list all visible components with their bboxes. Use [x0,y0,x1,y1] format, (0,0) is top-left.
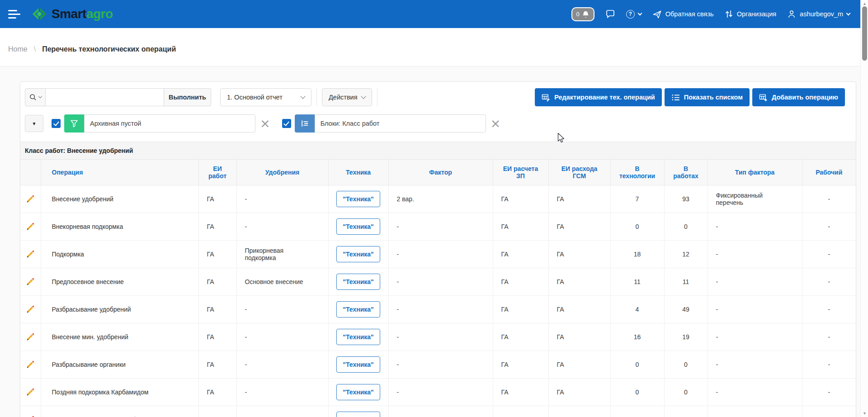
edit-row-button[interactable] [20,268,41,295]
chevron-down-icon [361,94,366,99]
tech-button[interactable]: "Техника" [336,329,380,345]
filter-blocks-input[interactable] [315,114,486,133]
edit-row-button[interactable] [20,213,41,240]
filter-archive-input[interactable] [84,114,255,133]
worker-cell: - [802,378,856,406]
edit-row-button[interactable] [20,351,41,378]
tech-button[interactable]: "Техника" [336,191,380,207]
menu-hamburger-icon[interactable] [8,10,22,19]
edit-row-button[interactable] [20,240,41,268]
factor-type-cell: - [708,406,802,417]
report-type-select[interactable]: 1. Основной отчет [220,88,311,106]
factor-cell: - [388,295,493,323]
ei-salary-cell: ГА [493,185,548,213]
column-factor[interactable]: Фактор [388,160,493,185]
search-input[interactable] [46,88,164,106]
organization-label: Организация [737,10,776,18]
factor-cell: - [388,351,493,378]
operation-name[interactable]: Предпосевное внесение [41,268,198,295]
operation-name[interactable]: Подкормка [41,240,198,268]
filter-blocks-checkbox[interactable] [282,119,291,128]
filter-archive-checkbox[interactable] [52,119,61,128]
operation-name[interactable]: Разбрасывание удобрений [41,295,198,323]
worker-cell: - [802,213,856,240]
filters-expand-button[interactable]: ▼ [25,115,43,132]
filter-blocks-close-icon[interactable]: × [491,119,501,128]
add-operation-button[interactable]: Добавить операцию [752,88,845,106]
filter-archive-close-icon[interactable]: × [260,119,270,128]
scroll-down-icon[interactable]: ▼ [861,411,868,416]
vertical-scrollbar[interactable]: ▲ ▼ [860,0,868,417]
operation-name[interactable]: Внесение удобрений [41,185,198,213]
edit-row-button[interactable] [20,295,41,323]
in-tech-cell: 0 [610,378,664,406]
report-select-value: 1. Основной отчет [227,94,283,101]
operation-name[interactable]: Поздняя подкормка Карбамидом [41,378,198,406]
table-row: Подкормка ГА Прикорневая подкормка "Техн… [20,240,856,268]
notifications-button[interactable]: 0 [571,7,594,21]
tech-button[interactable]: "Техника" [336,356,380,373]
edit-row-button[interactable] [20,185,41,213]
in-works-cell: 1 [664,406,708,417]
ei-work-cell: ГА [198,351,236,378]
operation-name[interactable]: Приготовление раст-ра карбамида [41,406,198,417]
search-column-selector[interactable] [25,88,46,106]
tech-button[interactable]: "Техника" [336,301,380,317]
column-factor-type[interactable]: Тип фактора [708,160,802,185]
column-operation[interactable]: Операция [41,160,198,185]
operation-name[interactable]: Внесение мин. удобрений [41,323,198,351]
user-icon [787,9,796,19]
tech-button[interactable]: "Техника" [336,246,380,262]
breadcrumb-home-link[interactable]: Home [8,45,28,53]
edit-row-button[interactable] [20,323,41,351]
worker-cell: - [802,295,856,323]
group-header: Класс работ: Внесение удобрений [20,142,856,160]
feedback-link[interactable]: Обратная связь [652,9,714,19]
factor-type-cell: Фиксированный перечень [708,185,802,213]
operation-name[interactable]: Разбрасывание органики [41,351,198,378]
column-in-tech[interactable]: В технологии [610,160,664,185]
tech-button[interactable]: "Техника" [336,412,380,417]
toolbar-separator [377,88,377,106]
tech-button[interactable]: "Техника" [336,384,380,400]
in-works-cell: 0 [664,351,708,378]
brand-logo[interactable]: Smartagro [31,5,113,23]
scrollbar-thumb[interactable] [862,6,867,61]
tech-button[interactable]: "Техника" [336,218,380,235]
show-list-button[interactable]: Показать списком [665,88,750,106]
ei-fuel-cell: ГА [548,378,610,406]
operation-name[interactable]: Внекорневая подкормка [41,213,198,240]
filter-blocks-button[interactable] [295,114,315,133]
tech-cell: "Техника" [328,268,388,295]
edit-row-button[interactable] [20,378,41,406]
execute-button[interactable]: Выполнить [164,88,211,106]
column-tech[interactable]: Техника [328,160,388,185]
column-in-works[interactable]: В работах [664,160,708,185]
column-ei-work[interactable]: ЕИ работ [198,160,236,185]
organization-link[interactable]: Организация [725,9,776,19]
factor-cell: - [388,240,493,268]
in-tech-cell: 7 [610,185,664,213]
ei-work-cell: ГА [198,323,236,351]
table-plus-icon [759,93,768,102]
user-menu[interactable]: ashurbegov_m [787,9,850,19]
scroll-up-icon[interactable]: ▲ [861,1,868,6]
column-worker[interactable]: Рабочий [802,160,856,185]
edit-row-button[interactable] [20,406,41,417]
ei-salary-cell: ГА [493,323,548,351]
help-menu[interactable]: ? [626,10,642,19]
column-ei-salary[interactable]: ЕИ расчета ЗП [493,160,548,185]
messages-button[interactable] [605,9,615,19]
column-fertilizer[interactable]: Удобрения [236,160,328,185]
fertilizer-cell: - [236,295,328,323]
ei-salary-cell: ГА [493,240,548,268]
filter-funnel-button[interactable] [64,114,84,133]
pencil-icon [26,388,35,397]
edit-operations-button[interactable]: Редактирование тех. операций [535,88,662,106]
column-ei-fuel[interactable]: ЕИ расхода ГСМ [548,160,610,185]
chevron-down-icon [300,94,305,99]
actions-menu-button[interactable]: Действия [322,88,372,106]
chat-bubble-icon [605,9,615,19]
tech-cell: "Техника" [328,213,388,240]
tech-button[interactable]: "Техника" [336,274,380,290]
